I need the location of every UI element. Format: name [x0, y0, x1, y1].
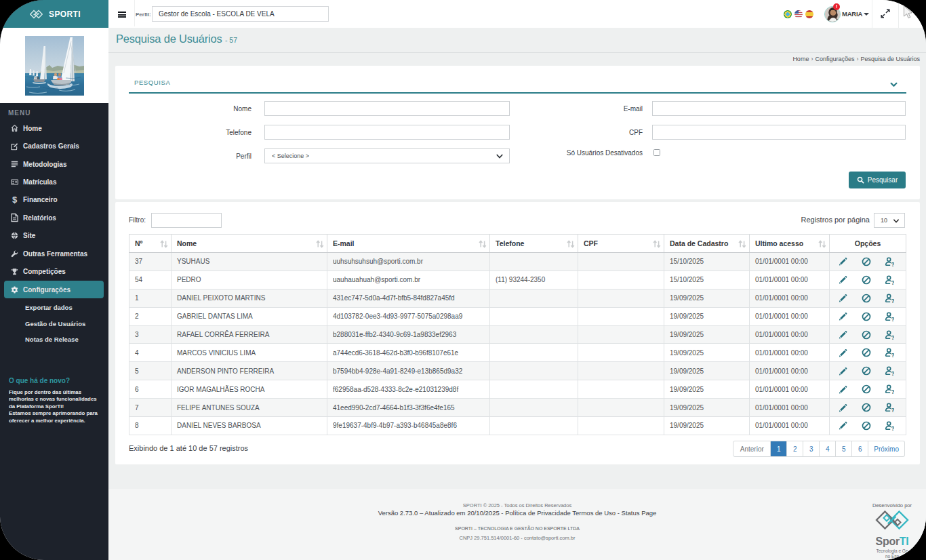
- svg-text:?: ?: [891, 315, 894, 321]
- svg-text:?: ?: [891, 334, 894, 340]
- svg-text:?: ?: [891, 370, 894, 376]
- svg-text:?: ?: [891, 260, 894, 266]
- svg-text:?: ?: [891, 279, 894, 285]
- svg-text:?: ?: [891, 352, 894, 358]
- svg-text:?: ?: [891, 297, 894, 303]
- svg-text:?: ?: [891, 407, 894, 413]
- svg-text:?: ?: [891, 424, 894, 431]
- svg-text:?: ?: [891, 388, 894, 395]
